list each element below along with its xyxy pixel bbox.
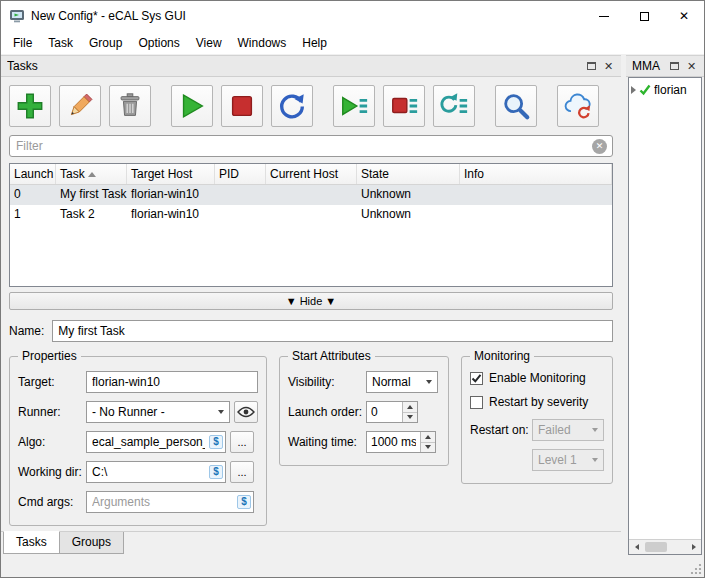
target-input[interactable] [86,371,258,393]
spin-up-button[interactable] [403,402,417,413]
start-task-button[interactable] [171,85,213,127]
column-header-pid[interactable]: PID [215,164,266,184]
working-dir-input[interactable] [86,461,226,483]
delete-task-button[interactable] [109,85,151,127]
column-header-target-host[interactable]: Target Host [127,164,215,184]
update-from-cloud-button[interactable] [557,85,599,127]
maximize-button[interactable] [624,1,664,31]
clear-filter-button[interactable]: ✕ [592,139,607,154]
spin-down-button[interactable] [421,443,435,453]
cmd-args-input[interactable] [86,491,254,513]
scrollbar-track[interactable] [644,540,686,554]
tasks-dock-header[interactable]: Tasks ✕ [1,55,621,77]
column-header-info[interactable]: Info [460,164,612,184]
filter-input[interactable] [9,135,613,157]
mma-dock-close-button[interactable]: ✕ [683,58,700,74]
expand-arrow-icon[interactable] [631,86,636,94]
resize-grip[interactable] [689,562,703,576]
scrollbar-thumb[interactable] [645,542,667,552]
enable-monitoring-checkbox[interactable]: Enable Monitoring [470,371,604,385]
column-header-launch[interactable]: Launch [10,164,56,184]
working-dir-browse-button[interactable]: ... [230,461,254,483]
runner-select[interactable]: - No Runner - [86,401,230,423]
task-row[interactable]: 1 Task 2 florian-win10 Unknown [10,205,612,225]
float-icon [670,62,679,70]
chevron-down-icon [592,428,598,432]
waiting-time-input[interactable] [367,432,420,452]
menu-view[interactable]: View [188,33,230,53]
menu-windows[interactable]: Windows [230,33,295,53]
filter-row: ✕ [1,133,621,163]
scroll-right-button[interactable] [686,540,701,554]
restart-all-tasks-button[interactable] [433,85,475,127]
cell-state: Unknown [357,185,460,205]
menu-bar: File Task Group Options View Windows Hel… [1,31,704,55]
tasks-dock-float-button[interactable] [583,58,600,74]
env-var-icon[interactable]: $ [209,465,223,479]
close-button[interactable]: ✕ [664,1,704,31]
monitoring-groupbox: Monitoring Enable Monitoring Restart by … [461,356,613,484]
launch-order-spinner[interactable] [366,401,418,423]
spin-down-button[interactable] [403,413,417,423]
column-header-task[interactable]: Task [56,164,127,184]
tab-tasks[interactable]: Tasks [3,531,60,554]
algo-label: Algo: [18,435,86,449]
stop-all-tasks-button[interactable] [383,85,425,127]
algo-browse-button[interactable]: ... [230,431,254,453]
tree-item-host[interactable]: florian [631,81,699,99]
tab-groups[interactable]: Groups [59,532,124,554]
menu-task[interactable]: Task [40,33,81,53]
status-ok-icon [639,84,651,96]
launch-order-input[interactable] [367,402,402,422]
close-icon: ✕ [679,9,689,23]
env-var-icon[interactable]: $ [237,495,251,509]
scroll-left-button[interactable] [629,540,644,554]
find-tasks-button[interactable] [495,85,537,127]
minimize-button[interactable] [584,1,624,31]
cell-state: Unknown [357,205,460,225]
trash-icon [115,91,145,121]
chevron-down-icon [218,410,224,414]
horizontal-scrollbar[interactable] [629,539,701,554]
cell-task: My first Task [56,185,127,205]
tasks-toolbar [1,77,621,133]
column-header-current-host[interactable]: Current Host [266,164,357,184]
mma-dock-float-button[interactable] [666,58,683,74]
restart-by-severity-checkbox[interactable]: Restart by severity [470,395,604,409]
host-name: florian [654,83,687,97]
target-label: Target: [18,375,86,389]
edit-task-button[interactable] [59,85,101,127]
waiting-time-spinner[interactable] [366,431,436,453]
launch-order-label: Launch order: [288,405,366,419]
spin-up-button[interactable] [421,432,435,443]
stop-task-button[interactable] [221,85,263,127]
monitoring-title: Monitoring [470,349,534,363]
severity-level-value: Level 1 [538,453,577,467]
cmd-args-label: Cmd args: [18,495,86,509]
cell-pid [215,205,266,225]
menu-options[interactable]: Options [130,33,187,53]
restart-on-value: Failed [538,423,571,437]
env-var-icon[interactable]: $ [209,435,223,449]
app-icon [9,8,25,24]
menu-file[interactable]: File [5,33,40,53]
menu-group[interactable]: Group [81,33,130,53]
pencil-icon [65,91,95,121]
algo-input[interactable] [86,431,226,453]
task-row[interactable]: 0 My first Task florian-win10 Unknown [10,185,612,205]
task-name-input[interactable] [52,320,613,342]
menu-help[interactable]: Help [294,33,335,53]
cell-info [460,205,612,225]
tasks-dock-close-button[interactable]: ✕ [600,58,617,74]
search-icon [501,91,531,121]
restart-task-button[interactable] [271,85,313,127]
runner-details-button[interactable] [234,401,258,423]
column-header-state[interactable]: State [357,164,460,184]
visibility-value: Normal [372,375,411,389]
hide-editor-button[interactable]: ▼ Hide ▼ [9,292,613,310]
add-task-button[interactable] [9,85,51,127]
start-all-tasks-button[interactable] [333,85,375,127]
working-dir-label: Working dir: [18,465,86,479]
visibility-select[interactable]: Normal [366,371,438,393]
mma-dock-header[interactable]: MMA ✕ [626,55,704,77]
